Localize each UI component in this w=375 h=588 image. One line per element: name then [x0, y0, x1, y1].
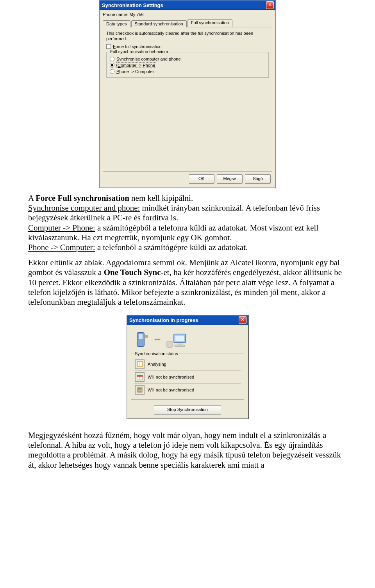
status-legend: Synchronisation status — [134, 351, 179, 356]
svg-rect-10 — [138, 362, 139, 366]
sync-progress-dialog: Synchronisation in progress × Synchronis… — [127, 315, 248, 419]
status-row-notes: Will not be synchronised — [134, 384, 241, 396]
radio-phone-to-computer-label: Phone -> Computer — [116, 69, 154, 74]
window-title: Synchronisation in progress — [129, 317, 198, 323]
paragraph-2: Ekkor eltűnik az ablak. Aggodalomra semm… — [28, 258, 347, 307]
radio-sync-both-row[interactable]: Synchronise computer and phone — [110, 57, 265, 61]
tab-data-types[interactable]: Data types — [103, 20, 130, 27]
button-bar: OK Mégse Súgó — [103, 172, 272, 184]
radio-computer-to-phone[interactable] — [110, 63, 114, 68]
devices-icon-row — [131, 329, 244, 354]
status-text: Analysing — [148, 362, 166, 366]
svg-rect-11 — [140, 362, 142, 366]
paragraph-1: A Force Full synchronisation nem kell ki… — [28, 193, 347, 252]
force-full-sync-label: Force full synchronisation — [113, 44, 162, 49]
titlebar[interactable]: Synchronisation in progress × — [127, 315, 248, 325]
info-text: This checkbox is automatically cleared a… — [106, 30, 269, 42]
tabs-row: Data types Standard synchronisation Full… — [103, 18, 272, 27]
paragraph-3: Megjegyzésként hozzá fűzném, hogy volt m… — [28, 431, 347, 470]
radio-phone-to-computer[interactable] — [110, 69, 114, 74]
group-legend: Full synchronisation behaviour — [109, 49, 170, 54]
radio-sync-both-label: Synchronise computer and phone — [116, 57, 181, 61]
close-icon[interactable]: × — [266, 1, 274, 9]
sync-arrow-icon — [154, 336, 161, 343]
ok-button[interactable]: OK — [189, 174, 214, 184]
svg-marker-3 — [154, 338, 161, 341]
sync-settings-dialog: Synchronisation Settings × Phone name: M… — [99, 0, 276, 188]
status-row-analysing: Analysing — [134, 358, 241, 371]
phone-name-label: Phone name: My 756 — [103, 12, 272, 17]
client-area: Phone name: My 756 Data types Standard s… — [100, 10, 275, 188]
radio-phone-to-computer-row[interactable]: Phone -> Computer — [110, 69, 265, 74]
radio-computer-to-phone-label: Computer -> Phone — [116, 63, 156, 68]
status-text: Will not be synchronised — [148, 375, 194, 379]
notes-icon — [135, 385, 145, 395]
full-sync-behaviour-group: Full synchronisation behaviour Synchroni… — [106, 52, 269, 78]
status-row-calendar: 1 Will not be synchronised — [134, 371, 241, 384]
svg-rect-1 — [139, 334, 143, 339]
tab-standard-sync[interactable]: Standard synchronisation — [131, 20, 187, 27]
svg-rect-7 — [177, 343, 182, 345]
computer-icon — [166, 331, 186, 349]
tab-full-sync[interactable]: Full synchronisation — [188, 19, 232, 27]
status-text: Will not be synchronised — [148, 388, 194, 392]
force-full-sync-checkbox[interactable] — [106, 44, 111, 49]
calendar-icon: 1 — [135, 372, 145, 382]
client-area: Synchronisation status Analysing 1 Will … — [127, 325, 248, 418]
phone-icon — [135, 331, 149, 349]
force-full-sync-row[interactable]: Force full synchronisation — [106, 44, 269, 49]
tab-full-sync-pane: This checkbox is automatically cleared a… — [103, 27, 272, 172]
close-icon[interactable]: × — [239, 316, 246, 324]
svg-point-2 — [145, 335, 148, 338]
radio-computer-to-phone-row[interactable]: Computer -> Phone — [110, 63, 265, 68]
stop-sync-button[interactable]: Stop Synchronisation — [154, 405, 221, 415]
sync-status-group: Synchronisation status Analysing 1 Will … — [131, 354, 244, 400]
svg-rect-4 — [167, 341, 172, 347]
svg-text:1: 1 — [139, 377, 141, 380]
svg-rect-6 — [175, 336, 184, 341]
contacts-icon — [135, 359, 145, 369]
help-button[interactable]: Súgó — [245, 174, 271, 184]
radio-sync-both[interactable] — [110, 57, 114, 61]
window-title: Synchronisation Settings — [102, 2, 163, 8]
titlebar[interactable]: Synchronisation Settings × — [100, 0, 275, 10]
cancel-button[interactable]: Mégse — [217, 174, 243, 184]
svg-rect-8 — [175, 345, 185, 347]
